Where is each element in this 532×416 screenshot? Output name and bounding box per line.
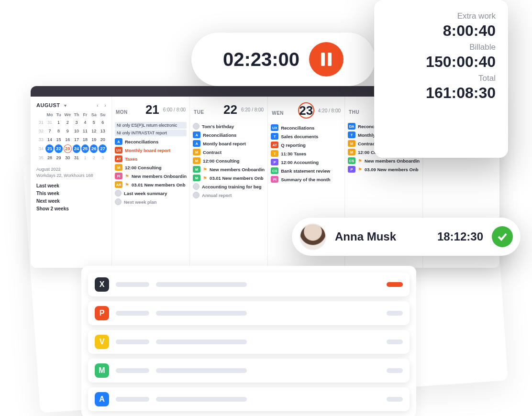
- calendar-day[interactable]: 31: [45, 119, 54, 126]
- extra-work-value: 8:00:40: [387, 22, 496, 40]
- calendar-day[interactable]: 25: [81, 144, 89, 153]
- calendar-day[interactable]: 8: [55, 127, 62, 135]
- calendar-event[interactable]: AR⚑03.01 New members Onb: [115, 180, 187, 189]
- calendar-event[interactable]: MContract: [193, 148, 265, 156]
- calendar-event[interactable]: M12:00 Consulting: [193, 156, 265, 165]
- person-time: 18:12:30: [437, 230, 483, 243]
- calendar-day[interactable]: 23: [64, 144, 72, 153]
- list-item[interactable]: X: [88, 273, 410, 296]
- all-day-event[interactable]: NI only INTRASTAT report: [115, 130, 187, 136]
- all-day-event[interactable]: NI only ES(P)L return electronic: [115, 122, 187, 129]
- calendar-event[interactable]: TSales documents: [271, 132, 342, 141]
- calendar-event[interactable]: P12:00 Accounting: [271, 158, 342, 166]
- event-title: Bank statement review: [281, 168, 330, 174]
- calendar-day[interactable]: 11: [81, 127, 89, 135]
- calendar-event[interactable]: AReconciliations: [115, 137, 187, 146]
- calendar-event[interactable]: UXMonthly board report: [115, 146, 187, 154]
- calendar-day[interactable]: 14: [45, 136, 54, 143]
- list-item[interactable]: A: [88, 387, 410, 411]
- calendar-event[interactable]: AReconciliations: [193, 131, 265, 139]
- calendar-day[interactable]: 17: [73, 136, 80, 143]
- calendar-event[interactable]: FI⚑New members Onboardin: [115, 172, 187, 180]
- list-item[interactable]: M: [88, 359, 410, 383]
- calendar-day[interactable]: 20: [99, 136, 107, 143]
- calendar-day[interactable]: 29: [55, 154, 62, 162]
- quick-range-link[interactable]: Show 2 weeks: [36, 206, 108, 211]
- event-badge: CS: [271, 167, 278, 174]
- calendar-day[interactable]: 22: [55, 144, 62, 153]
- calendar-event[interactable]: Next week plan: [115, 197, 187, 206]
- calendar-event[interactable]: Annual report: [193, 191, 265, 199]
- calendar-event[interactable]: PISummary of the month: [271, 175, 342, 184]
- calendar-event[interactable]: ATTaxes: [115, 154, 187, 163]
- calendar-day[interactable]: 9: [64, 127, 72, 135]
- calendar-day[interactable]: 19: [90, 136, 98, 143]
- calendar-day[interactable]: 1: [55, 119, 62, 126]
- event-badge: AR: [115, 181, 122, 188]
- calendar-day[interactable]: 15: [55, 136, 62, 143]
- next-month-icon[interactable]: ›: [103, 103, 108, 108]
- list-badge: X: [95, 277, 109, 292]
- calendar-day[interactable]: 10: [73, 127, 80, 135]
- total-value: 161:08:30: [387, 84, 496, 102]
- calendar-day[interactable]: 21: [45, 144, 54, 153]
- day-of-week: MON: [116, 109, 128, 115]
- calendar-day[interactable]: 3: [73, 119, 80, 126]
- calendar-day[interactable]: 27: [99, 144, 107, 153]
- placeholder-bar: [387, 282, 403, 287]
- calendar-sidebar: AUGUST ▾ ‹ › MoTuWeThFrSaSu3131123456327…: [31, 97, 112, 268]
- calendar-day[interactable]: 13: [99, 127, 107, 135]
- billable-value: 150:00:40: [387, 53, 496, 71]
- pause-button[interactable]: [309, 42, 344, 77]
- calendar-event[interactable]: CSBank statement review: [271, 166, 342, 175]
- calendar-day[interactable]: 2: [64, 119, 72, 126]
- avatar-icon: [193, 183, 200, 190]
- event-badge: T: [271, 150, 278, 157]
- person-time-pill[interactable]: Anna Musk 18:12:30: [292, 218, 521, 256]
- calendar-day[interactable]: 24: [73, 144, 80, 153]
- quick-range-link[interactable]: This week: [36, 191, 108, 196]
- event-title: Sales documents: [281, 134, 318, 139]
- prev-month-icon[interactable]: ‹: [95, 103, 100, 108]
- calendar-event[interactable]: Last week summary: [115, 189, 187, 197]
- event-title: Tom's birthday: [202, 124, 234, 129]
- list-badge: A: [95, 392, 109, 406]
- event-title: 03.01 New members Onb: [132, 182, 185, 187]
- event-badge: M: [193, 175, 200, 181]
- calendar-event[interactable]: T11:30 Taxes: [271, 149, 342, 158]
- mini-calendar[interactable]: MoTuWeThFrSaSu31311234563278910111213331…: [36, 111, 108, 163]
- calendar-day[interactable]: 31: [73, 154, 80, 162]
- avatar-icon: [193, 123, 200, 130]
- month-dropdown-icon[interactable]: ▾: [63, 103, 67, 108]
- calendar-day[interactable]: 28: [45, 154, 54, 162]
- flag-icon: ⚑: [125, 174, 129, 179]
- event-badge: UX: [115, 147, 122, 153]
- calendar-day[interactable]: 3: [99, 154, 107, 162]
- calendar-event[interactable]: Tom's birthday: [193, 122, 265, 131]
- calendar-day[interactable]: 2: [90, 154, 98, 162]
- calendar-day[interactable]: 12: [90, 127, 98, 135]
- calendar-event[interactable]: M⚑New members Onboardin: [193, 165, 265, 174]
- calendar-day[interactable]: 4: [81, 119, 89, 126]
- avatar-icon: [115, 198, 122, 205]
- calendar-day[interactable]: 6: [99, 119, 107, 126]
- calendar-day[interactable]: 7: [45, 127, 54, 135]
- calendar-event[interactable]: UXReconciliations: [271, 123, 342, 132]
- quick-range-link[interactable]: Last week: [36, 183, 108, 188]
- quick-range-link[interactable]: Next week: [36, 198, 108, 204]
- calendar-event[interactable]: ATQ reporting: [271, 141, 342, 149]
- event-title: New members Onboardin: [132, 174, 187, 179]
- calendar-event[interactable]: M12:00 Consulting: [115, 163, 187, 172]
- calendar-day[interactable]: 18: [81, 136, 89, 143]
- calendar-day[interactable]: 16: [64, 136, 72, 143]
- calendar-day[interactable]: 1: [81, 154, 89, 162]
- calendar-day[interactable]: 26: [90, 144, 98, 153]
- calendar-event[interactable]: M⚑03.01 New members Onb: [193, 174, 265, 182]
- calendar-event[interactable]: P⚑03.09 New members Onb: [348, 165, 420, 174]
- calendar-day[interactable]: 5: [90, 119, 98, 126]
- list-item[interactable]: P: [88, 301, 410, 325]
- calendar-event[interactable]: Accounting training for beg: [193, 182, 265, 191]
- calendar-event[interactable]: AMontly board report: [193, 139, 265, 148]
- calendar-day[interactable]: 30: [64, 154, 72, 162]
- list-item[interactable]: V: [88, 330, 410, 354]
